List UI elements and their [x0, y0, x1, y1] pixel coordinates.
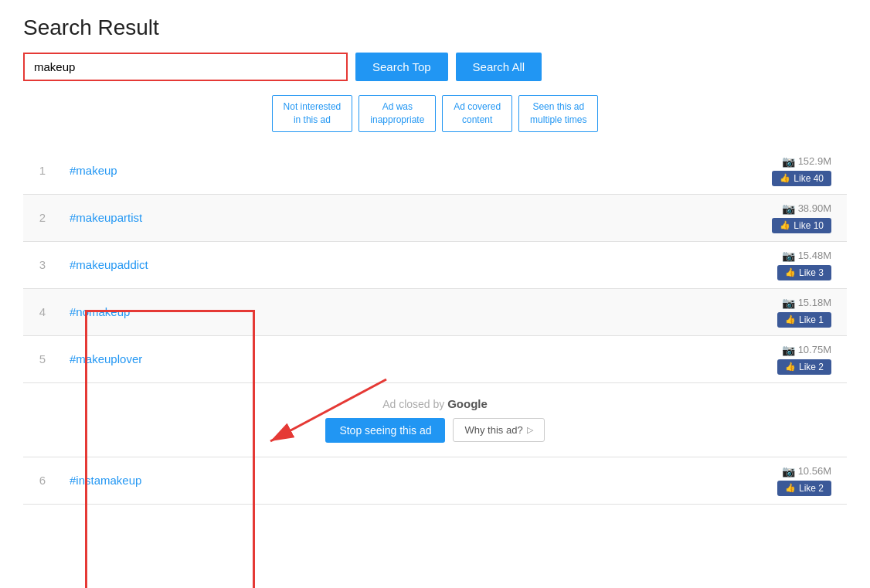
like-button[interactable]: 👍 Like 1	[777, 312, 831, 328]
row-stats: 📷 10.56M 👍 Like 2	[762, 465, 847, 496]
camera-icon: 📷	[782, 202, 795, 215]
row-rank: 2	[23, 211, 62, 224]
row-rank: 1	[23, 164, 62, 177]
ad-closed-text: Ad closed by Google	[37, 397, 833, 410]
page-container: Search Result Search Top Search All Not …	[0, 0, 870, 588]
google-brand: Google	[447, 397, 488, 410]
camera-icon: 📷	[782, 465, 795, 478]
row-tag[interactable]: #makeuplover	[62, 352, 762, 365]
like-button[interactable]: 👍 Like 3	[777, 265, 831, 280]
play-icon: ▷	[527, 425, 533, 435]
ad-option-covered[interactable]: Ad covered content	[442, 95, 512, 132]
table-row: 5 #makeuplover 📷 10.75M 👍 Like 2	[23, 336, 847, 383]
row-rank: 5	[23, 352, 62, 365]
like-button[interactable]: 👍 Like 2	[777, 359, 831, 375]
view-count: 📷 10.75M	[782, 344, 831, 356]
why-this-ad-button[interactable]: Why this ad? ▷	[453, 418, 544, 442]
table-row: 4 #nomakeup 📷 15.18M 👍 Like 1	[23, 289, 847, 336]
row-tag[interactable]: #instamakeup	[62, 474, 762, 487]
results-after-ad: 6 #instamakeup 📷 10.56M 👍 Like 2	[23, 457, 847, 505]
row-rank: 6	[23, 474, 62, 487]
row-tag[interactable]: #makeupaddict	[62, 258, 762, 271]
row-stats: 📷 15.48M 👍 Like 3	[762, 250, 847, 280]
search-input[interactable]	[23, 53, 348, 81]
ad-option-not-interested[interactable]: Not interested in this ad	[272, 95, 353, 132]
thumbs-up-icon: 👍	[780, 173, 790, 183]
results-wrapper: 1 #makeup 📷 152.9M 👍 Like 40 2 #makeupar…	[23, 148, 847, 505]
ad-option-seen-multiple[interactable]: Seen this ad multiple times	[518, 95, 598, 132]
thumbs-up-icon: 👍	[785, 267, 796, 277]
table-row: 1 #makeup 📷 152.9M 👍 Like 40	[23, 148, 847, 195]
view-count: 📷 10.56M	[782, 465, 831, 478]
ad-closed-section: Ad closed by Google Stop seeing this ad …	[23, 383, 847, 457]
camera-icon: 📷	[782, 297, 795, 309]
row-tag[interactable]: #nomakeup	[62, 305, 762, 318]
search-bar: Search Top Search All	[23, 53, 847, 81]
view-count: 📷 15.48M	[782, 250, 831, 262]
ad-options-bar: Not interested in this adAd was inapprop…	[23, 95, 847, 132]
row-stats: 📷 38.90M 👍 Like 10	[762, 202, 847, 233]
camera-icon: 📷	[782, 250, 795, 262]
like-button[interactable]: 👍 Like 40	[772, 171, 831, 186]
ad-closed-buttons: Stop seeing this ad Why this ad? ▷	[37, 418, 833, 443]
search-all-button[interactable]: Search All	[456, 53, 542, 81]
stop-seeing-ad-button[interactable]: Stop seeing this ad	[325, 418, 445, 443]
row-rank: 4	[23, 305, 62, 318]
search-top-button[interactable]: Search Top	[355, 53, 448, 81]
page-title: Search Result	[23, 15, 847, 40]
camera-icon: 📷	[782, 155, 795, 168]
results-list: 1 #makeup 📷 152.9M 👍 Like 40 2 #makeupar…	[23, 148, 847, 383]
like-button[interactable]: 👍 Like 2	[777, 481, 831, 496]
row-tag[interactable]: #makeup	[62, 164, 762, 177]
row-stats: 📷 10.75M 👍 Like 2	[762, 344, 847, 375]
table-row: 6 #instamakeup 📷 10.56M 👍 Like 2	[23, 457, 847, 505]
thumbs-up-icon: 👍	[785, 314, 796, 325]
view-count: 📷 15.18M	[782, 297, 831, 309]
row-stats: 📷 15.18M 👍 Like 1	[762, 297, 847, 328]
table-row: 2 #makeupartist 📷 38.90M 👍 Like 10	[23, 195, 847, 242]
thumbs-up-icon: 👍	[780, 220, 790, 230]
ad-option-inappropriate[interactable]: Ad was inappropriate	[359, 95, 436, 132]
thumbs-up-icon: 👍	[785, 483, 796, 493]
view-count: 📷 38.90M	[782, 202, 831, 215]
row-tag[interactable]: #makeupartist	[62, 211, 762, 224]
row-rank: 3	[23, 258, 62, 271]
thumbs-up-icon: 👍	[785, 362, 796, 372]
table-row: 3 #makeupaddict 📷 15.48M 👍 Like 3	[23, 242, 847, 289]
view-count: 📷 152.9M	[782, 155, 831, 168]
row-stats: 📷 152.9M 👍 Like 40	[762, 155, 847, 186]
like-button[interactable]: 👍 Like 10	[772, 218, 831, 233]
camera-icon: 📷	[782, 344, 795, 356]
